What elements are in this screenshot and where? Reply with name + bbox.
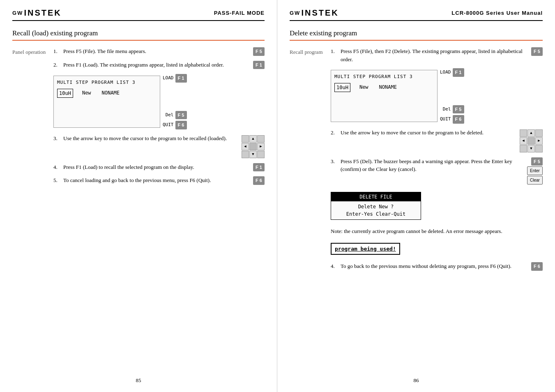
arrow-right-btn: ► (257, 143, 265, 150)
step-4-num: 4. (53, 163, 60, 171)
step-5-content: To cancel loading and go back to the pre… (63, 176, 265, 185)
right-step-4-text: To go back to the previous menu without … (341, 262, 528, 270)
arrow-down-left: ▼ (249, 151, 257, 158)
enter-key: Enter (527, 166, 543, 175)
program-list-box-left: MULTI STEP PROGRAM LIST 3 10uH New NONAM… (53, 76, 160, 128)
arrow-right-right: ► (535, 137, 543, 145)
right-step-3-content: Press F5 (Del). The buzzer beeps and a w… (341, 157, 543, 185)
del-label-left: Del (166, 112, 174, 119)
del-row-left: Del F 5 (166, 111, 187, 120)
program-item-2-left: NONAME (100, 89, 121, 98)
program-list-right: MULTI STEP PROGRAM LIST 3 10uH New NONAM… (331, 68, 543, 124)
load-label-right: LOAD (440, 69, 451, 76)
right-step-1-fkey: F 5 (531, 47, 543, 56)
right-step-4-content: To go back to the previous menu without … (341, 262, 543, 271)
right-page-number: 86 (414, 377, 419, 384)
step-3: 3. Use the arrow key to move the cursor … (53, 134, 265, 158)
step-2-num: 2. (53, 61, 60, 69)
step-1-content: Press F5 (File). The file menu appears. … (63, 47, 265, 56)
quit-row-left: QUIT F 6 (163, 121, 187, 129)
step-4-content: Press F1 (Load) to recall the selected p… (63, 163, 265, 172)
right-header: GW INSTEK LCR-8000G Series User Manual (290, 8, 543, 21)
load-row-right: LOAD F 1 (440, 68, 464, 77)
right-logo-gw: GW (290, 10, 300, 16)
arrow-up-left: ▲ (249, 135, 257, 143)
arrow-down-right: ▼ (527, 145, 535, 152)
quit-fkey-left: F 6 (175, 121, 187, 129)
program-list-box-right: MULTI STEP PROGRAM LIST 3 10uH New NONAM… (331, 70, 438, 122)
delete-box-body: Delete New ? Enter-Yes Clear-Quit (331, 201, 421, 219)
arrow-left-right: ◄ (520, 137, 527, 145)
right-logo-instek: INSTEK (301, 8, 339, 18)
right-step-2-text: Use the arrow key to move the cursor to … (341, 129, 516, 137)
arrow-left-btn: ◄ (242, 143, 249, 150)
left-page: GW INSTEK PASS-FAIL MODE Recall (load) e… (0, 0, 277, 392)
program-list-title-right: MULTI STEP PROGRAM LIST 3 (334, 74, 413, 81)
clear-key: Clear (527, 176, 543, 184)
arrow-up-right: ▲ (527, 129, 535, 137)
arrow-pad-left: ▲ ◄ ► ▼ (242, 135, 265, 158)
right-step-3-num: 3. (331, 157, 337, 166)
right-step-3-fkey: F 5 (531, 157, 543, 166)
step-3-num: 3. (53, 134, 60, 143)
step-1-fkey: F 5 (253, 47, 265, 56)
step-4-text: Press F1 (Load) to recall the selected p… (63, 163, 250, 171)
right-step-1-num: 1. (331, 47, 337, 55)
program-used-text: program being used! (331, 243, 400, 255)
left-content: Panel operation 1. Press F5 (File). The … (12, 47, 265, 185)
right-step-3-icons: F 5 Enter Clear (527, 157, 543, 185)
step-1-num: 1. (53, 47, 60, 55)
step-2: 2. Press F1 (Load). The existing program… (53, 61, 265, 69)
right-step-4-fkey: F 6 (531, 262, 543, 271)
del-label-right: Del (443, 106, 451, 113)
right-step-2-content: Use the arrow key to move the cursor to … (341, 129, 543, 152)
del-row-right: Del F 5 (443, 105, 464, 114)
left-page-number: 85 (136, 377, 141, 384)
program-item-1-right: New (358, 83, 370, 92)
step-3-content: Use the arrow key to move the cursor to … (63, 134, 265, 158)
right-step-1: 1. Press F5 (File), then F2 (Delete). Th… (331, 47, 543, 63)
program-item-0-left: 10uH (57, 89, 73, 98)
right-step-2: 2. Use the arrow key to move the cursor … (331, 129, 543, 152)
left-steps-list: 1. Press F5 (File). The file menu appear… (53, 47, 265, 185)
load-fkey-left: F 1 (175, 74, 187, 83)
step-1: 1. Press F5 (File). The file menu appear… (53, 47, 265, 56)
del-fkey-right: F 5 (453, 105, 464, 114)
delete-box-line2: Enter-Yes Clear-Quit (334, 210, 417, 218)
right-step-4-num: 4. (331, 262, 337, 270)
step-5-fkey: F 6 (253, 176, 265, 185)
logo-instek: INSTEK (24, 8, 61, 18)
load-fkey-right: F 1 (453, 68, 464, 77)
note-text: Note: the currently active program canno… (331, 227, 543, 235)
step-5-text: To cancel loading and go back to the pre… (63, 176, 250, 184)
step-2-text: Press F1 (Load). The existing programs a… (63, 61, 250, 69)
quit-fkey-right: F 6 (453, 115, 464, 124)
delete-box: DELETE FILE Delete New ? Enter-Yes Clear… (331, 192, 421, 220)
left-steps-row: Panel operation 1. Press F5 (File). The … (12, 47, 265, 185)
program-list-left: MULTI STEP PROGRAM LIST 3 10uH New NONAM… (53, 74, 265, 129)
delete-box-line1: Delete New ? (334, 203, 417, 210)
program-list-items-left: 10uH New NONAME (57, 89, 157, 98)
program-list-side-right: LOAD F 1 Del F 5 QUIT F 6 (440, 68, 464, 124)
right-steps-list: 1. Press F5 (File), then F2 (Delete). Th… (331, 47, 543, 271)
step-5-num: 5. (53, 176, 60, 184)
program-list-header-right: MULTI STEP PROGRAM LIST 3 (334, 74, 434, 81)
right-content: Recall program 1. Press F5 (File), then … (290, 47, 543, 271)
quit-row-right: QUIT F 6 (440, 115, 464, 124)
step-1-text: Press F5 (File). The file menu appears. (63, 47, 250, 55)
program-list-items-right: 10uH New NONAME (334, 83, 434, 92)
right-logo: GW INSTEK (290, 8, 339, 18)
left-logo: GW INSTEK (12, 8, 62, 18)
delete-box-header: DELETE FILE (331, 192, 421, 201)
program-item-2-right: NONAME (378, 83, 398, 92)
program-item-1-left: New (81, 89, 93, 98)
step-4-fkey: F 1 (253, 163, 265, 172)
step-2-fkey: F 1 (253, 61, 265, 69)
program-list-side-left: LOAD F 1 Del F 5 QUIT F 6 (163, 74, 187, 129)
right-steps-content: 1. Press F5 (File), then F2 (Delete). Th… (331, 47, 543, 271)
left-header: GW INSTEK PASS-FAIL MODE (12, 8, 265, 21)
program-used-box: program being used! (331, 240, 543, 258)
right-section-title: Delete existing program (290, 29, 543, 41)
right-step-2-num: 2. (331, 129, 337, 137)
program-item-0-right: 10uH (334, 83, 350, 92)
